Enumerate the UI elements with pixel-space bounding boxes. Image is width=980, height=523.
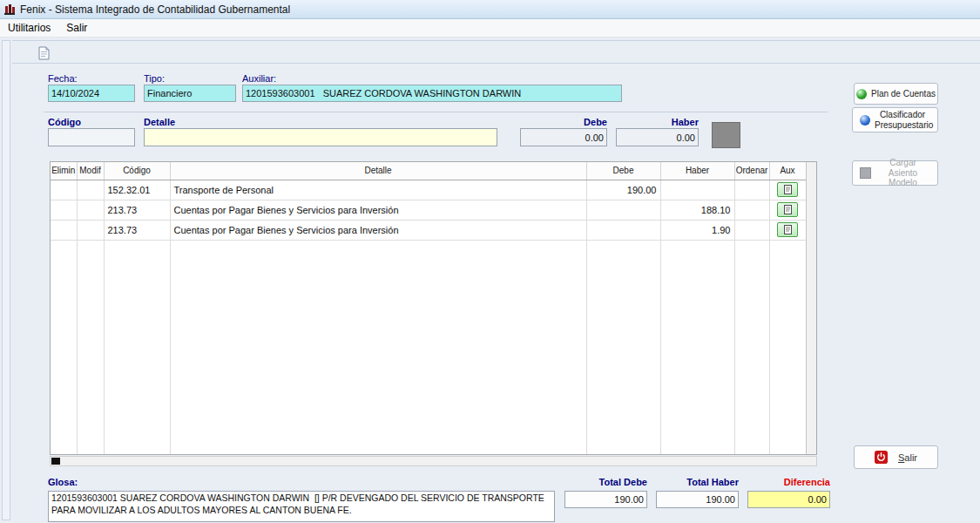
section-divider — [44, 112, 828, 112]
plan-cuentas-label: Plan de Cuentas — [871, 89, 936, 98]
table-row: 152.32.01 Transporte de Personal 190.00 — [51, 180, 806, 200]
total-debe-field — [564, 491, 647, 508]
diferencia-label: Diferencia — [747, 477, 830, 487]
total-debe-label: Total Debe — [564, 477, 647, 487]
col-header-ordenar: Ordenar — [734, 162, 769, 180]
debe-cell: 190.00 — [586, 180, 660, 200]
codigo-input[interactable] — [48, 128, 135, 146]
haber-cell — [660, 180, 734, 200]
aux-cell — [769, 200, 806, 220]
codigo-label: Código — [48, 117, 81, 127]
clasificador-icon — [860, 115, 870, 126]
detalle-cell: Transporte de Personal — [170, 180, 586, 200]
cargar-modelo-icon — [860, 167, 871, 179]
col-header-aux: Aux — [769, 162, 806, 180]
modif-cell[interactable] — [77, 220, 104, 240]
col-header-elimin: Elimin — [51, 162, 77, 180]
scrollbar-thumb[interactable] — [51, 458, 60, 465]
table-empty-area — [51, 240, 806, 454]
diferencia-field — [747, 491, 830, 508]
elimin-cell[interactable] — [51, 200, 77, 220]
add-entry-button[interactable] — [712, 122, 740, 148]
entries-grid: Elimin Modif Código Detalle Debe Haber O… — [50, 161, 817, 455]
aux-cell — [769, 180, 806, 200]
document-icon — [784, 185, 792, 194]
fecha-label: Fecha: — [48, 73, 78, 84]
ordenar-cell — [734, 180, 769, 200]
table-row: 213.73 Cuentas por Pagar Bienes y Servic… — [51, 200, 806, 220]
app-window: Fenix - Sistema Integrado de Contabilida… — [0, 0, 980, 523]
titlebar: Fenix - Sistema Integrado de Contabilida… — [0, 0, 980, 19]
glosa-label: Glosa: — [48, 477, 78, 487]
haber-cell: 188.10 — [660, 200, 734, 220]
detalle-label: Detalle — [144, 117, 175, 127]
codigo-cell: 213.73 — [104, 220, 170, 240]
toolbar — [12, 40, 980, 64]
aux-cell — [769, 220, 806, 240]
power-icon — [875, 451, 888, 464]
plan-cuentas-icon — [856, 89, 867, 99]
debe-cell — [586, 200, 660, 220]
detalle-cell: Cuentas por Pagar Bienes y Servicios par… — [170, 200, 586, 220]
plan-cuentas-button[interactable]: Plan de Cuentas — [854, 83, 938, 105]
table-horizontal-scrollbar[interactable] — [50, 456, 817, 466]
toolbar-new-button[interactable] — [35, 44, 53, 62]
aux-button[interactable] — [777, 182, 798, 197]
debe-input[interactable] — [520, 128, 607, 146]
codigo-cell: 213.73 — [104, 200, 170, 220]
entries-table: Elimin Modif Código Detalle Debe Haber O… — [51, 162, 807, 454]
clasificador-button[interactable]: Clasificador Presupuestario — [852, 107, 938, 132]
glosa-text[interactable]: 1201593603001 SUAREZ CORDOVA WASHINGTON … — [48, 491, 555, 522]
left-panel-strip — [2, 40, 10, 520]
workspace: Fecha: Tipo: Auxiliar: Código Detalle De… — [0, 37, 980, 523]
haber-label: Haber — [616, 117, 699, 127]
ordenar-cell — [734, 220, 769, 240]
detalle-cell: Cuentas por Pagar Bienes y Servicios par… — [170, 220, 586, 240]
table-row: 213.73 Cuentas por Pagar Bienes y Servic… — [51, 220, 806, 240]
col-header-modif: Modif — [77, 162, 104, 180]
col-header-codigo: Código — [104, 162, 170, 180]
elimin-cell[interactable] — [51, 180, 77, 200]
modif-cell[interactable] — [77, 180, 104, 200]
salir-button-label: Salir — [898, 452, 917, 463]
col-header-debe: Debe — [586, 162, 660, 180]
auxiliar-label: Auxiliar: — [242, 73, 276, 84]
modif-cell[interactable] — [77, 200, 104, 220]
elimin-cell[interactable] — [51, 220, 77, 240]
auxiliar-input[interactable] — [242, 85, 622, 102]
window-title: Fenix - Sistema Integrado de Contabilida… — [20, 3, 290, 16]
total-haber-label: Total Haber — [656, 477, 739, 487]
document-icon — [784, 205, 792, 214]
haber-input[interactable] — [616, 128, 699, 146]
debe-label: Debe — [520, 117, 607, 127]
menu-item-salir[interactable]: Salir — [58, 20, 95, 36]
total-haber-field — [656, 491, 739, 508]
fecha-input[interactable] — [48, 85, 135, 102]
cargar-asiento-modelo-button[interactable]: Cargar Asiento Modelo — [852, 160, 938, 186]
menu-item-utilitarios[interactable]: Utilitarios — [0, 20, 58, 36]
codigo-cell: 152.32.01 — [104, 180, 170, 200]
document-icon — [784, 225, 792, 234]
aux-button[interactable] — [777, 202, 798, 217]
table-vertical-scrollbar[interactable] — [806, 162, 816, 454]
detalle-input[interactable] — [144, 128, 497, 146]
col-header-detalle: Detalle — [170, 162, 586, 180]
app-icon — [3, 3, 16, 16]
tipo-input[interactable] — [144, 85, 236, 102]
haber-cell: 1.90 — [660, 220, 734, 240]
col-header-haber: Haber — [660, 162, 734, 180]
cargar-modelo-label: Cargar Asiento Modelo — [875, 158, 931, 188]
debe-cell — [586, 220, 660, 240]
salir-button[interactable]: Salir — [854, 445, 938, 469]
tipo-label: Tipo: — [144, 73, 165, 84]
new-document-icon — [37, 46, 51, 60]
clasificador-label: Clasificador Presupuestario — [875, 110, 930, 130]
menubar: Utilitarios Salir — [0, 19, 980, 37]
ordenar-cell — [734, 200, 769, 220]
table-header-row: Elimin Modif Código Detalle Debe Haber O… — [51, 162, 806, 180]
aux-button[interactable] — [777, 222, 798, 237]
